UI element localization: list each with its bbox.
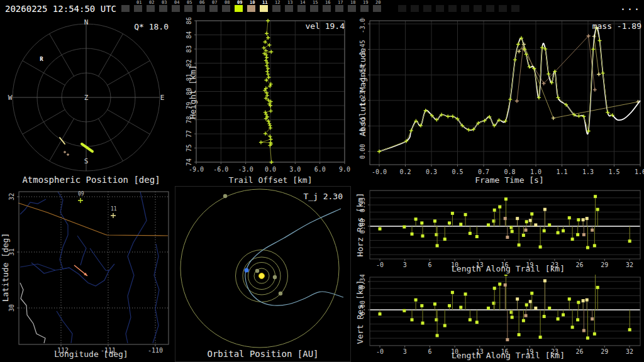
camera-square[interactable] xyxy=(448,5,457,12)
camera-square[interactable] xyxy=(335,5,343,12)
camera-slot[interactable] xyxy=(486,0,498,18)
svg-text:-9.0: -9.0 xyxy=(189,166,204,173)
camera-square[interactable] xyxy=(297,5,306,12)
residual-point xyxy=(525,304,528,307)
river xyxy=(126,192,147,343)
camera-square[interactable] xyxy=(247,5,255,12)
residual-point xyxy=(511,230,514,233)
planet-dot xyxy=(279,292,282,295)
camera-slot-13[interactable]: 13 xyxy=(284,0,297,18)
camera-square[interactable] xyxy=(272,5,280,12)
camera-square[interactable] xyxy=(360,5,369,12)
camera-square[interactable] xyxy=(285,5,293,12)
camera-square[interactable] xyxy=(235,5,243,12)
river xyxy=(58,192,68,235)
data-point xyxy=(268,134,272,138)
residual-point xyxy=(534,307,537,310)
utc-clock: 20260225 12:54:50 UTC xyxy=(5,4,116,14)
camera-slot-05[interactable]: 05 xyxy=(184,0,196,18)
overflow-menu[interactable]: ... xyxy=(620,1,641,13)
camera-slot[interactable] xyxy=(410,0,423,18)
camera-slot[interactable] xyxy=(448,0,460,18)
camera-square[interactable] xyxy=(436,5,444,12)
residual-point xyxy=(522,319,525,322)
camera-square[interactable] xyxy=(222,5,230,12)
river xyxy=(77,236,86,265)
camera-square[interactable] xyxy=(499,5,507,12)
tisserand-badge: T_j 2.30 xyxy=(303,192,343,201)
data-point xyxy=(409,129,413,133)
camera-square[interactable] xyxy=(184,5,192,12)
camera-slot-12[interactable]: 12 xyxy=(272,0,284,18)
residual-point xyxy=(628,239,631,243)
residual-point xyxy=(448,221,451,224)
meteor-streak xyxy=(82,144,92,151)
camera-slot[interactable] xyxy=(473,0,486,18)
camera-square[interactable] xyxy=(486,5,494,12)
camera-square[interactable] xyxy=(310,5,318,12)
camera-square[interactable] xyxy=(398,5,406,12)
camera-square[interactable] xyxy=(461,5,469,12)
camera-square[interactable] xyxy=(159,5,167,12)
camera-square[interactable] xyxy=(260,5,268,12)
camera-slot[interactable] xyxy=(511,0,523,18)
camera-square[interactable] xyxy=(209,5,218,12)
residual-point xyxy=(402,309,406,312)
camera-slot-09[interactable]: 09 xyxy=(234,0,247,18)
data-point xyxy=(64,151,66,153)
residual-point xyxy=(557,231,560,234)
svg-text:0.2: 0.2 xyxy=(399,168,411,175)
camera-slot-10[interactable]: 10 xyxy=(247,0,259,18)
camera-square[interactable] xyxy=(172,5,180,12)
camera-slot-01[interactable]: 01 xyxy=(133,0,146,18)
camera-slot-16[interactable]: 16 xyxy=(322,0,335,18)
residual-point xyxy=(421,234,425,238)
azimuth-spoke xyxy=(108,110,150,134)
camera-square[interactable] xyxy=(411,5,419,12)
camera-square[interactable] xyxy=(121,5,130,12)
camera-slot[interactable] xyxy=(423,0,435,18)
camera-slot-19[interactable]: 19 xyxy=(360,0,372,18)
camera-slot[interactable] xyxy=(435,0,448,18)
lightcurve-ylabel: Absolute Magnitude xyxy=(358,30,367,155)
lightcurve-series-cam11b xyxy=(594,36,599,74)
camera-slot-03[interactable]: 03 xyxy=(158,0,171,18)
camera-slot[interactable] xyxy=(498,0,511,18)
camera-slot-14[interactable]: 14 xyxy=(297,0,309,18)
camera-slot-08[interactable]: 08 xyxy=(221,0,234,18)
camera-slot-17[interactable]: 17 xyxy=(335,0,347,18)
data-point xyxy=(446,114,450,118)
camera-slot[interactable] xyxy=(397,0,410,18)
camera-slot-11[interactable]: 11 xyxy=(259,0,272,18)
camera-slot[interactable] xyxy=(121,0,133,18)
residual-point xyxy=(530,212,533,216)
camera-square[interactable] xyxy=(197,5,205,12)
camera-slot-04[interactable]: 04 xyxy=(171,0,184,18)
residual-point xyxy=(596,208,599,211)
svg-text:1.1: 1.1 xyxy=(556,168,567,175)
camera-square[interactable] xyxy=(511,5,519,12)
camera-slot-20[interactable]: 20 xyxy=(372,0,385,18)
residual-point xyxy=(539,336,542,339)
camera-slot-02[interactable]: 02 xyxy=(146,0,158,18)
camera-square[interactable] xyxy=(348,5,356,12)
camera-slot-18[interactable]: 18 xyxy=(347,0,360,18)
camera-slot-07[interactable]: 07 xyxy=(209,0,221,18)
residual-point xyxy=(420,304,423,307)
residual-point xyxy=(509,226,513,229)
svg-text:0.7: 0.7 xyxy=(478,168,489,175)
camera-slot[interactable] xyxy=(460,0,473,18)
camera-square[interactable] xyxy=(373,5,381,12)
residual-point xyxy=(557,317,560,321)
camera-slot-06[interactable]: 06 xyxy=(196,0,209,18)
data-point xyxy=(269,50,273,54)
data-point xyxy=(268,124,272,128)
camera-square[interactable] xyxy=(474,5,482,12)
camera-square[interactable] xyxy=(423,5,431,12)
camera-square[interactable] xyxy=(147,5,155,12)
camera-square[interactable] xyxy=(323,5,331,12)
residual-point xyxy=(586,246,589,249)
light-curve-plot: -0.00.20.30.50.70.81.01.11.31.51.6-3.06-… xyxy=(352,18,644,186)
camera-slot-15[interactable]: 15 xyxy=(309,0,322,18)
camera-square[interactable] xyxy=(134,5,142,12)
